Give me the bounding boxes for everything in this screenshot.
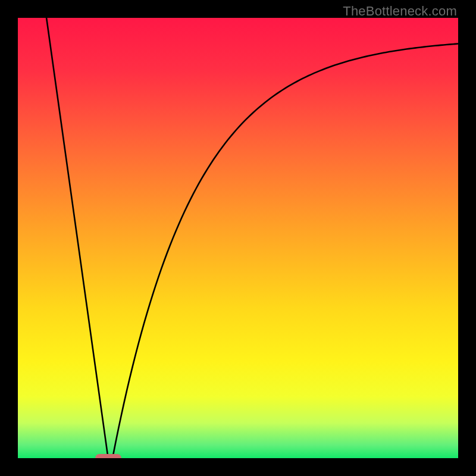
chart-frame: TheBottleneck.com [0, 0, 476, 476]
watermark-text: TheBottleneck.com [343, 4, 457, 19]
plot-area [18, 18, 458, 458]
bottleneck-curve [18, 18, 458, 458]
optimal-point-marker [95, 454, 121, 458]
